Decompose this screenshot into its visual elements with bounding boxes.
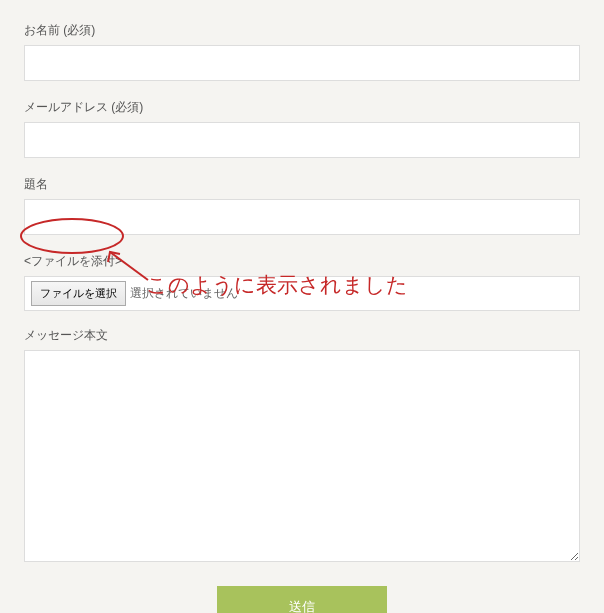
subject-label: 題名: [24, 176, 580, 193]
file-input-row: ファイルを選択 選択されていません: [24, 276, 580, 311]
contact-form: お名前 (必須) メールアドレス (必須) 題名 <ファイルを添付> ファイルを…: [0, 0, 604, 613]
submit-row: 送信: [24, 586, 580, 613]
file-status-text: 選択されていません: [130, 285, 238, 302]
message-textarea[interactable]: [24, 350, 580, 562]
name-input[interactable]: [24, 45, 580, 81]
submit-button[interactable]: 送信: [217, 586, 387, 613]
name-label: お名前 (必須): [24, 22, 580, 39]
message-label: メッセージ本文: [24, 327, 580, 344]
file-attach-label: <ファイルを添付>: [24, 253, 580, 270]
email-input[interactable]: [24, 122, 580, 158]
file-select-button[interactable]: ファイルを選択: [31, 281, 126, 306]
subject-input[interactable]: [24, 199, 580, 235]
email-label: メールアドレス (必須): [24, 99, 580, 116]
